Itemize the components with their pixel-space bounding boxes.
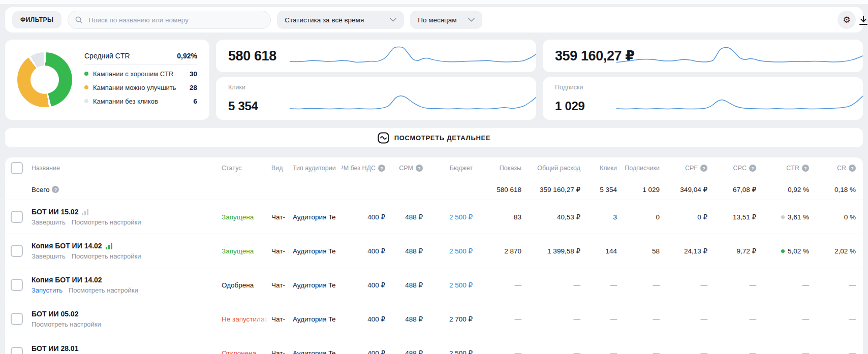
cell-value: — xyxy=(574,349,581,354)
cell-value: 13,51 ₽ xyxy=(733,213,756,221)
cell-value: 400 ₽ xyxy=(367,315,385,323)
total-value: 359 160,27 ₽ xyxy=(540,185,580,194)
legend-value: 30 xyxy=(190,70,197,78)
audience-type-value: Аудитория Te xyxy=(293,247,335,255)
value-cell-clicks: — xyxy=(587,302,624,336)
column-header-label: Подписчики xyxy=(625,165,660,172)
cell-value: — xyxy=(574,315,581,323)
help-icon[interactable]: ? xyxy=(802,165,809,172)
filters-button[interactable]: ФИЛЬТРЫ xyxy=(12,11,61,28)
column-header-label: Название xyxy=(32,165,60,172)
status-badge: Отклонена xyxy=(222,349,256,354)
help-icon[interactable]: ? xyxy=(416,165,423,172)
audience-type-value: Аудитория Te xyxy=(293,281,335,289)
campaign-name-cell: Копия БОТ ИИ 14.02ЗапуститьПосмотреть на… xyxy=(28,268,219,302)
total-value: 349,04 ₽ xyxy=(680,185,707,194)
download-icon[interactable] xyxy=(857,14,868,28)
value-cell-clicks: — xyxy=(587,268,624,302)
settings-button[interactable]: ⚙ xyxy=(838,11,856,29)
campaign-actions: ЗавершитьПосмотреть настройки xyxy=(32,252,141,260)
action-link[interactable]: Запустить xyxy=(32,286,63,294)
action-link[interactable]: Посмотреть настройки xyxy=(72,218,141,226)
action-link[interactable]: Посмотреть настройки xyxy=(69,286,138,294)
row-checkbox-cell xyxy=(5,268,28,302)
campaign-name-cell: БОТ ИИ 28.01 xyxy=(28,336,219,354)
column-header-spend: Общий расход xyxy=(529,157,587,179)
legend-label: Кампании с хорошим CTR xyxy=(93,70,173,78)
column-header-label: CTR xyxy=(786,165,799,172)
subscriptions-label: Подписки xyxy=(555,84,583,91)
column-header-label: CR xyxy=(837,165,846,172)
cell-value: 0 xyxy=(656,213,660,221)
audience-type-cell: Аудитория Te xyxy=(290,268,342,302)
value-cell-budget: 2 500 ₽ xyxy=(430,234,480,268)
value-cell-shows: 2 870 xyxy=(480,234,529,268)
period-select[interactable]: Статистика за всё время xyxy=(277,11,404,29)
action-link[interactable]: Посмотреть настройки xyxy=(72,252,141,260)
clicks-value: 5 354 xyxy=(228,99,258,113)
column-header-label: CPM xyxy=(399,165,413,172)
search-input[interactable] xyxy=(87,16,264,24)
search-field[interactable] xyxy=(68,11,271,29)
stat-card-impressions: 580 618 xyxy=(216,40,536,72)
help-icon[interactable]: ? xyxy=(849,165,856,172)
action-link[interactable]: Посмотреть настройки xyxy=(32,320,101,328)
help-icon[interactable]: ? xyxy=(52,186,59,193)
value-cell-spend: — xyxy=(529,302,587,336)
kind-value: Чат- xyxy=(271,349,285,354)
row-checkbox[interactable] xyxy=(11,279,23,291)
row-checkbox[interactable] xyxy=(11,245,23,257)
summary-section: Средний CTR 0,92% Кампании с хорошим CTR… xyxy=(5,40,863,120)
value-cell-cr: 0 % xyxy=(816,200,863,234)
kind-value: Чат- xyxy=(271,315,285,323)
select-all-checkbox[interactable] xyxy=(11,162,23,174)
spend-sparkline xyxy=(616,44,863,68)
action-link[interactable]: Завершить xyxy=(32,218,66,226)
ctr-indicator-dot xyxy=(781,249,785,253)
row-checkbox[interactable] xyxy=(11,313,23,325)
header-checkbox-cell xyxy=(5,157,28,179)
row-checkbox-cell xyxy=(5,336,28,354)
campaign-name-cell: Копия БОТ ИИ 14.02 ЗавершитьПосмотреть н… xyxy=(28,234,219,268)
help-icon[interactable]: ? xyxy=(749,165,756,172)
value-cell-cpm: 488 ₽ xyxy=(392,268,430,302)
cell-value[interactable]: 2 500 ₽ xyxy=(449,213,473,221)
legend-label: Кампании без кликов xyxy=(93,98,158,105)
impressions-sparkline xyxy=(290,44,536,68)
ctr-indicator-dot xyxy=(781,215,785,219)
cell-value: 400 ₽ xyxy=(367,213,385,221)
status-badge: Одобрена xyxy=(222,281,254,289)
search-icon xyxy=(75,16,83,24)
row-checkbox[interactable] xyxy=(11,211,23,223)
cell-value: — xyxy=(653,315,660,323)
cell-value[interactable]: 2 500 ₽ xyxy=(449,247,473,255)
value-cell-cr: — xyxy=(816,302,863,336)
table-row: БОТ ИИ 28.01ОтклоненаЧат-Аудитория Te400… xyxy=(5,336,863,354)
value-cell-cpm_novat: 400 ₽ xyxy=(342,234,392,268)
stat-card-subscriptions: Подписки 1 029 xyxy=(543,77,863,120)
cell-value: 24,13 ₽ xyxy=(684,247,707,255)
ctr-donut-chart xyxy=(17,52,72,107)
cell-value: — xyxy=(610,281,617,289)
table-row: БОТ ИИ 15.02 ЗавершитьПосмотреть настрой… xyxy=(5,200,863,234)
help-icon[interactable]: ? xyxy=(700,165,707,172)
value-cell-budget: 2 700 ₽ xyxy=(430,302,480,336)
row-checkbox[interactable] xyxy=(11,347,23,354)
view-details-button[interactable]: ПОСМОТРЕТЬ ДЕТАЛЬНЕЕ xyxy=(5,128,863,147)
campaign-name-cell: БОТ ИИ 15.02 ЗавершитьПосмотреть настрой… xyxy=(28,200,219,234)
value-cell-cpm_novat: 400 ₽ xyxy=(342,200,392,234)
total-value-clicks: 5 354 xyxy=(587,179,624,200)
value-cell-ctr: 3,61 % xyxy=(763,200,816,234)
action-link[interactable]: Завершить xyxy=(32,252,66,260)
cell-value: 0 ₽ xyxy=(697,213,707,221)
column-header-ctr: CTR? xyxy=(763,157,816,179)
value-cell-cpf: 24,13 ₽ xyxy=(667,234,715,268)
cell-value: 2 700 ₽ xyxy=(449,315,473,323)
value-cell-cpf: — xyxy=(667,336,715,354)
help-icon[interactable]: ? xyxy=(378,165,385,172)
granularity-select[interactable]: По месяцам xyxy=(410,11,482,29)
total-value-aud xyxy=(290,179,342,200)
cell-value[interactable]: 2 500 ₽ xyxy=(449,281,473,289)
column-header-label: Статус xyxy=(222,165,242,172)
value-cell-ctr: — xyxy=(763,268,816,302)
